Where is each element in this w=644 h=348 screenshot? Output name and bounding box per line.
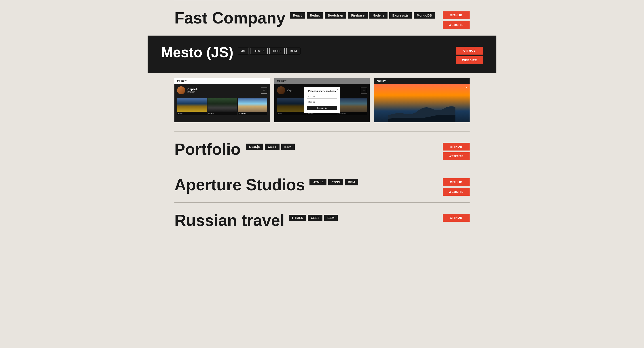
tag-nodejs: Node.js	[370, 12, 388, 18]
project-title-fast-company: Fast Company	[174, 9, 285, 27]
mesto-header-3: Mesto™	[374, 78, 470, 84]
card-road-label-1: Дорога	[208, 112, 237, 115]
tag-firebase: Firebase	[348, 12, 368, 18]
tag-bem-aperture: BEM	[345, 179, 358, 186]
tag-bem-russian: BEM	[324, 215, 338, 221]
mesto-card-sea-1: Море	[177, 98, 206, 116]
mesto-profile-info-1: Сергей Иванов	[188, 88, 198, 93]
mesto-add-button-1[interactable]: +	[261, 87, 267, 94]
mesto-dark-banner-wrapper: Mesto (JS) JS HTML5 CSS3 BEM GITHUB WEBS…	[161, 36, 483, 73]
mesto-ui-3: Mesto™ × Море Дорога Гималаи	[374, 78, 470, 122]
card-sea-img-1	[177, 98, 206, 112]
mesto-profile-1: Сергей Иванов +	[174, 84, 270, 96]
project-header: Fast Company React Redux Bootstrap Fireb…	[174, 9, 470, 29]
tag-css3-portfolio: CSS3	[265, 144, 280, 150]
github-button-russian-travel[interactable]: GITHUB	[443, 214, 470, 222]
project-tags-mesto: JS HTML5 CSS3 BEM	[238, 44, 452, 54]
tag-mongodb: MongoDB	[414, 12, 435, 18]
screenshot-1-profile: Mesto™ Сергей Иванов + Море	[174, 78, 270, 122]
coastline-svg	[374, 102, 470, 122]
modal-name-input[interactable]	[307, 94, 337, 99]
page-container: Fast Company React Redux Bootstrap Fireb…	[161, 0, 483, 236]
edit-profile-modal: × Редактировать профиль Сохранить	[274, 78, 370, 122]
mesto-profile-name-1: Сергей	[188, 88, 198, 91]
screenshot-3-photo: Mesto™ × Море Дорога Гималаи	[374, 78, 470, 122]
card-sea-label-1: Море	[177, 112, 206, 115]
card-road-img-1	[208, 98, 237, 112]
mesto-ui-2: Mesto™ Сер... + Море Дорог	[274, 78, 370, 122]
sunset-photo: ×	[374, 84, 470, 122]
tags-container-aperture: HTML5 CSS3 BEM	[310, 179, 358, 186]
project-links-portfolio: GITHUB WEBSITE	[443, 140, 470, 160]
website-button-fast-company[interactable]: WEBSITE	[443, 21, 470, 29]
mesto-logo-3: Mesto™	[377, 80, 386, 82]
tag-bem: BEM	[286, 48, 300, 54]
tag-bootstrap: Bootstrap	[325, 12, 346, 18]
tags-container-mesto: JS HTML5 CSS3 BEM	[238, 48, 300, 54]
project-header-aperture: Aperture Studios HTML5 CSS3 BEM GITHUB W…	[174, 176, 470, 196]
github-button-aperture[interactable]: GITHUB	[443, 178, 470, 186]
project-links-aperture: GITHUB WEBSITE	[443, 176, 470, 196]
mesto-card-road-1: Дорога	[208, 98, 237, 116]
modal-save-button[interactable]: Сохранить	[307, 106, 337, 110]
mesto-header-1: Mesto™	[174, 78, 270, 84]
website-button-mesto[interactable]: WEBSITE	[456, 56, 483, 64]
tags-container: React Redux Bootstrap Firebase Node.js E…	[290, 12, 435, 18]
project-header-mesto: Mesto (JS) JS HTML5 CSS3 BEM GITHUB WEBS…	[161, 44, 483, 64]
modal-title: Редактировать профиль	[307, 90, 337, 92]
tag-css3-russian: CSS3	[308, 215, 322, 221]
project-links-russian-travel: GITHUB	[443, 212, 470, 222]
modal-close-button[interactable]: ×	[337, 88, 338, 91]
project-header-portfolio: Portfolio Next.js CSS3 BEM GITHUB WEBSIT…	[174, 140, 470, 160]
project-title-russian-travel: Russian travel	[174, 212, 284, 229]
project-tags-fast-company: React Redux Bootstrap Firebase Node.js E…	[290, 9, 438, 18]
github-button-fast-company[interactable]: GITHUB	[443, 12, 470, 19]
project-row-aperture: Aperture Studios HTML5 CSS3 BEM GITHUB W…	[174, 167, 470, 202]
tag-expressjs: Express.js	[389, 12, 412, 18]
mesto-ui-1: Mesto™ Сергей Иванов + Море	[174, 78, 270, 122]
github-button-mesto[interactable]: GITHUB	[456, 47, 483, 54]
mesto-cards-1: Море Дорога Гималаи	[174, 96, 270, 118]
card-himalaya-label-1: Гималаи	[238, 112, 267, 115]
tag-redux: Redux	[307, 12, 323, 18]
tags-container-portfolio: Next.js CSS3 BEM	[246, 144, 295, 150]
modal-sub-input[interactable]	[307, 100, 337, 104]
project-title-mesto: Mesto (JS)	[161, 44, 234, 60]
mesto-logo-1: Mesto™	[177, 80, 187, 82]
mesto-card-himalaya-1: Гималаи	[238, 98, 267, 116]
project-row-portfolio: Portfolio Next.js CSS3 BEM GITHUB WEBSIT…	[174, 131, 470, 167]
tag-css3: CSS3	[270, 48, 285, 54]
project-links-fast-company: GITHUB WEBSITE	[443, 9, 470, 29]
tag-html5-aperture: HTML5	[310, 179, 326, 186]
project-tags-russian-travel: HTML5 CSS3 BEM	[289, 212, 438, 221]
mesto-avatar-1	[177, 86, 185, 94]
project-links-mesto: GITHUB WEBSITE	[456, 44, 483, 64]
screenshot-2-modal: Mesto™ Сер... + Море Дорог	[274, 78, 370, 122]
project-title-aperture: Aperture Studios	[174, 176, 305, 194]
tag-nextjs: Next.js	[246, 144, 263, 150]
card-himalaya-img-1	[238, 98, 267, 112]
website-button-portfolio[interactable]: WEBSITE	[443, 152, 470, 160]
tag-react: React	[290, 12, 305, 18]
project-row-fast-company: Fast Company React Redux Bootstrap Fireb…	[174, 0, 470, 36]
photo-full-view: × Море Дорога Гималаи	[374, 84, 470, 122]
tags-container-russian-travel: HTML5 CSS3 BEM	[289, 215, 338, 221]
project-row-mesto-js: Mesto (JS) JS HTML5 CSS3 BEM GITHUB WEBS…	[148, 36, 496, 73]
mesto-profile-sub-1: Иванов	[188, 91, 198, 93]
github-button-portfolio[interactable]: GITHUB	[443, 143, 470, 150]
project-title-portfolio: Portfolio	[174, 140, 242, 158]
photo-close-button[interactable]: ×	[466, 86, 467, 90]
screenshots-row-mesto: Mesto™ Сергей Иванов + Море	[174, 73, 470, 131]
project-header-russian-travel: Russian travel HTML5 CSS3 BEM GITHUB	[174, 212, 470, 229]
tag-html5: HTML5	[250, 48, 268, 54]
modal-box: × Редактировать профиль Сохранить	[304, 87, 340, 113]
tag-bem-portfolio: BEM	[281, 144, 295, 150]
project-tags-aperture: HTML5 CSS3 BEM	[310, 176, 438, 186]
website-button-aperture[interactable]: WEBSITE	[443, 188, 470, 196]
project-row-russian-travel: Russian travel HTML5 CSS3 BEM GITHUB	[174, 202, 470, 236]
tag-js: JS	[238, 48, 249, 54]
tag-css3-aperture: CSS3	[328, 179, 343, 186]
project-tags-portfolio: Next.js CSS3 BEM	[246, 140, 438, 150]
tag-html5-russian: HTML5	[289, 215, 306, 221]
